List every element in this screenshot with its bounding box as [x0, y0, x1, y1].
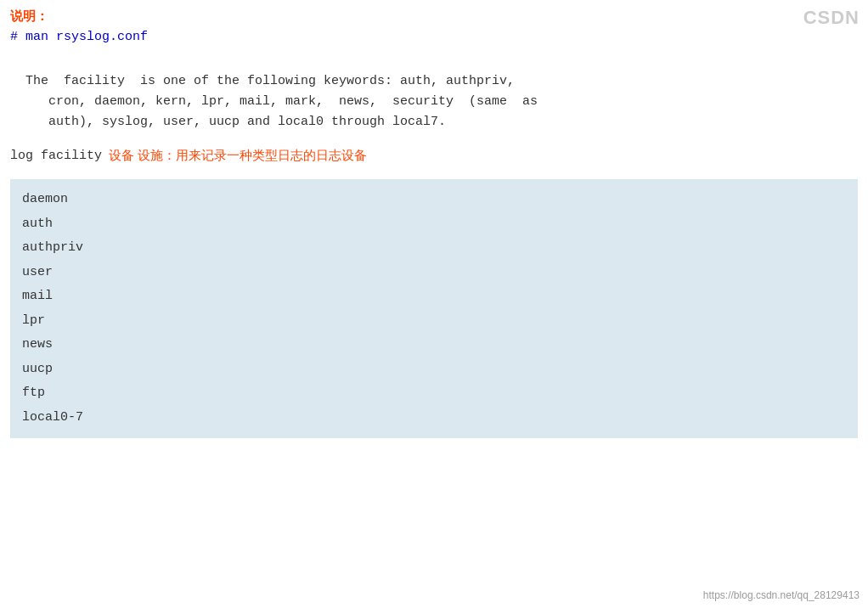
facility-list-item: ftp [22, 381, 846, 406]
description-line3: auth), syslog, user, uucp and local0 thr… [10, 115, 446, 129]
facility-list-item: authpriv [22, 236, 846, 261]
section-label: 说明： [10, 8, 858, 25]
facility-list-item: news [22, 333, 846, 357]
log-facility-annotation: 设备 设施：用来记录一种类型日志的日志设备 [109, 148, 367, 164]
description-line1: The facility is one of the following key… [25, 74, 515, 88]
facility-list-item: local0-7 [22, 406, 846, 431]
facility-list-item: user [22, 261, 846, 285]
description-line2: cron, daemon, kern, lpr, mail, mark, new… [10, 94, 538, 109]
facility-list-item: uucp [22, 357, 846, 382]
watermark: https://blog.csdn.net/qq_28129413 [703, 589, 860, 601]
facility-list-item: daemon [22, 188, 846, 212]
log-facility-line: log facility 设备 设施：用来记录一种类型日志的日志设备 [10, 148, 858, 164]
log-facility-keyword: log facility [10, 149, 102, 163]
facility-list: daemonauthauthprivusermaillprnewsuucpftp… [10, 179, 858, 438]
description-block: The facility is one of the following key… [10, 51, 858, 132]
facility-list-item: auth [22, 212, 846, 237]
facility-list-item: mail [22, 284, 846, 309]
top-right-logo: CSDN [803, 7, 860, 29]
command-line: # man rsyslog.conf [10, 30, 858, 44]
facility-list-item: lpr [22, 309, 846, 334]
